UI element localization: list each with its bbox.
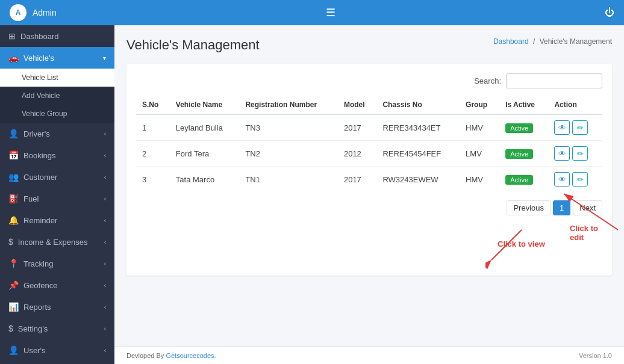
reports-icon: 📊 [8, 302, 19, 312]
sidebar-item-bookings[interactable]: 📅 Bookings ‹ [0, 144, 114, 166]
view-button[interactable]: 👁 [554, 172, 570, 187]
pagination-page-1-button[interactable]: 1 [553, 200, 570, 215]
tracking-icon: 📍 [8, 259, 19, 268]
settings-icon: $ [8, 324, 13, 333]
sidebar-item-label: Driver's [23, 129, 50, 138]
edit-button[interactable]: ✏ [572, 120, 588, 135]
vehicle-table: S.No Vehicle Name Registration Number Mo… [136, 96, 602, 192]
reminder-icon: 🔔 [8, 215, 19, 225]
sidebar-item-label: User's [23, 346, 45, 355]
logout-icon[interactable]: ⏻ [605, 7, 614, 18]
navbar-left: A Admin [10, 4, 57, 21]
page-content: Vehicle's Management Dashboard / Vehicle… [114, 25, 624, 347]
sidebar-item-reminder[interactable]: 🔔 Reminder ‹ [0, 209, 114, 231]
sidebar-item-label: Fuel [23, 194, 39, 203]
fuel-icon: ⛽ [8, 194, 19, 203]
pagination-previous-button[interactable]: Previous [507, 200, 551, 215]
sidebar-item-income[interactable]: $ Income & Expenses ‹ [0, 231, 114, 253]
edit-button[interactable]: ✏ [572, 172, 588, 187]
cell-reg: TN2 [239, 141, 338, 167]
sidebar-item-reports[interactable]: 📊 Reports ‹ [0, 296, 114, 318]
search-input[interactable] [506, 73, 602, 88]
sidebar-item-geofence[interactable]: 📌 Geofence ‹ [0, 274, 114, 296]
cell-active: Active [499, 114, 548, 141]
table-header: S.No Vehicle Name Registration Number Mo… [136, 96, 602, 114]
chevron-left-icon: ‹ [104, 347, 106, 354]
sidebar-item-change-password[interactable]: 🔑 Change Password [0, 361, 114, 364]
cell-chassis: RERE45454FEF [376, 141, 460, 167]
col-reg: Registration Number [239, 96, 338, 114]
sidebar-item-label: Reminder [23, 216, 57, 225]
click-to-view-label: Click to view [498, 239, 545, 248]
breadcrumb-home[interactable]: Dashboard [493, 37, 529, 46]
cell-name: Tata Marco [170, 167, 240, 193]
col-action: Action [548, 96, 602, 114]
submenu-item-vehicle-group[interactable]: Vehicle Group [0, 105, 114, 123]
sidebar-item-label: Dashboard [20, 32, 59, 41]
table-header-row: S.No Vehicle Name Registration Number Mo… [136, 96, 602, 114]
sidebar-item-label: Tracking [23, 259, 53, 268]
dashboard-icon: ⊞ [8, 31, 16, 41]
sidebar-item-label: Income & Expenses [18, 238, 88, 247]
col-model: Model [338, 96, 376, 114]
cell-chassis: RERE343434ET [376, 114, 460, 141]
click-to-edit-label: Click to edit [570, 224, 602, 242]
view-button[interactable]: 👁 [554, 120, 570, 135]
status-badge: Active [505, 149, 533, 159]
sidebar-item-label: Geofence [23, 281, 57, 290]
status-badge: Active [505, 123, 533, 133]
cell-reg: TN1 [239, 167, 338, 193]
sidebar-item-label: Bookings [23, 151, 55, 160]
cell-model: 2012 [338, 141, 376, 167]
footer: Devloped By Getsourcecodes. Version 1.0 [114, 347, 624, 364]
cell-action: 👁 ✏ [548, 141, 602, 167]
page-title: Vehicle's Management [126, 37, 260, 53]
geofence-icon: 📌 [8, 280, 19, 290]
cell-sno: 3 [136, 167, 170, 193]
footer-left: Devloped By Getsourcecodes. [126, 352, 216, 359]
sidebar-item-drivers[interactable]: 👤 Driver's ‹ [0, 123, 114, 144]
cell-reg: TN3 [239, 114, 338, 141]
main-layout: ⊞ Dashboard 🚗 Vehicle's ▾ Vehicle List A… [0, 25, 624, 364]
sidebar-item-tracking[interactable]: 📍 Tracking ‹ [0, 253, 114, 274]
edit-button[interactable]: ✏ [572, 146, 588, 161]
sidebar-item-fuel[interactable]: ⛽ Fuel ‹ [0, 188, 114, 209]
annotation-area: Click to edit Click to view [136, 218, 602, 266]
bookings-icon: 📅 [8, 150, 19, 160]
cell-sno: 1 [136, 114, 170, 141]
table-row: 2 Ford Tera TN2 2012 RERE45454FEF LMV Ac… [136, 141, 602, 167]
chevron-left-icon: ‹ [104, 304, 106, 310]
sidebar-item-customer[interactable]: 👥 Customer ‹ [0, 166, 114, 188]
footer-developed-by: Devloped By [126, 352, 166, 359]
chevron-left-icon: ‹ [104, 131, 106, 137]
hamburger-icon[interactable]: ☰ [326, 6, 335, 19]
chevron-left-icon: ‹ [104, 282, 106, 289]
vehicle-icon: 🚗 [8, 53, 19, 63]
cell-group: HMV [460, 114, 499, 141]
cell-active: Active [499, 141, 548, 167]
vehicle-submenu: Vehicle List Add Vehicle Vehicle Group [0, 69, 114, 123]
cell-action: 👁 ✏ [548, 114, 602, 141]
submenu-item-vehicle-list[interactable]: Vehicle List [0, 69, 114, 87]
pagination-next-button[interactable]: Next [573, 200, 602, 215]
col-name: Vehicle Name [170, 96, 240, 114]
status-badge: Active [505, 175, 533, 185]
breadcrumb-separator: / [533, 37, 535, 46]
col-sno: S.No [136, 96, 170, 114]
click-to-edit-arrow [546, 182, 624, 254]
chevron-left-icon: ‹ [104, 325, 106, 332]
chevron-left-icon: ‹ [104, 174, 106, 180]
cell-model: 2017 [338, 167, 376, 193]
sidebar-item-vehicles[interactable]: 🚗 Vehicle's ▾ [0, 47, 114, 69]
footer-link[interactable]: Getsourcecodes. [166, 352, 216, 359]
sidebar-item-users[interactable]: 👤 User's ‹ [0, 339, 114, 361]
footer-version: Version 1.0 [579, 352, 612, 359]
submenu-item-add-vehicle[interactable]: Add Vehicle [0, 87, 114, 105]
vehicle-table-card: Search: S.No Vehicle Name Registration N… [126, 64, 612, 276]
chevron-left-icon: ‹ [104, 217, 106, 224]
cell-name: Leyland Bulla [170, 114, 240, 141]
view-button[interactable]: 👁 [554, 146, 570, 161]
sidebar-item-dashboard[interactable]: ⊞ Dashboard [0, 25, 114, 47]
sidebar-item-settings[interactable]: $ Setting's ‹ [0, 318, 114, 339]
col-group: Group [460, 96, 499, 114]
